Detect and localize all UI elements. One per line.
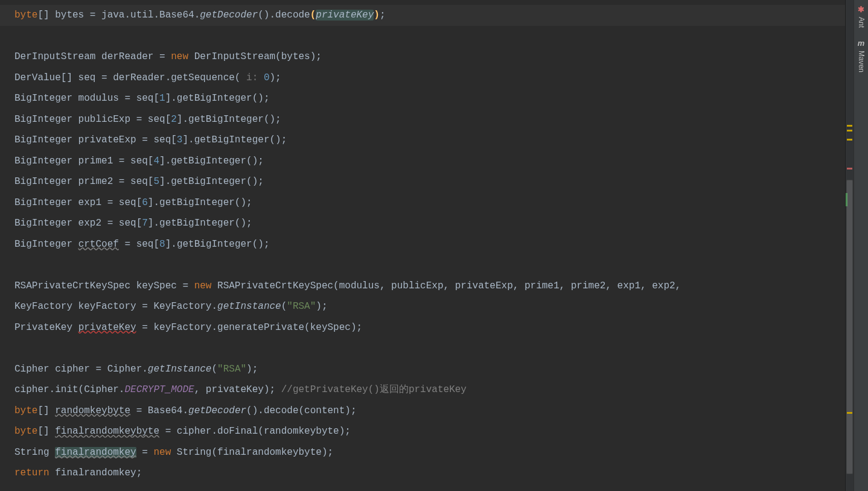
code-line[interactable]: return finalrandomkey; (14, 463, 845, 484)
code-line[interactable]: byte[] finalrandomkeybyte = cipher.doFin… (14, 421, 845, 442)
scrollbar-thumb[interactable] (846, 180, 853, 474)
error-stripe[interactable] (845, 0, 854, 491)
code-line[interactable]: DerValue[] seq = derReader.getSequence( … (14, 68, 845, 89)
code-line[interactable] (14, 255, 845, 276)
tool-window-label: Maven (857, 51, 866, 72)
code-line[interactable]: PrivateKey privateKey = keyFactory.gener… (14, 317, 845, 338)
code-line[interactable]: KeyFactory keyFactory = KeyFactory.getIn… (14, 296, 845, 317)
code-line[interactable] (14, 338, 845, 359)
right-tool-strip: ✱ Ant m Maven (854, 0, 868, 491)
code-line[interactable]: RSAPrivateCrtKeySpec keySpec = new RSAPr… (14, 276, 845, 297)
code-line[interactable]: byte[] randomkeybyte = Base64.getDecoder… (14, 401, 845, 422)
warning-marker[interactable] (847, 130, 852, 131)
warning-marker[interactable] (847, 412, 852, 414)
code-line[interactable]: String finalrandomkey = new String(final… (14, 442, 845, 463)
error-marker[interactable] (847, 168, 852, 169)
ant-icon: ✱ (858, 5, 864, 14)
code-line[interactable]: cipher.init(Cipher.DECRYPT_MODE, private… (14, 379, 845, 401)
code-line[interactable]: BigInteger exp2 = seq[7].getBigInteger()… (14, 213, 845, 234)
code-line[interactable]: BigInteger prime2 = seq[5].getBigInteger… (14, 171, 845, 192)
code-line[interactable]: BigInteger crtCoef = seq[8].getBigIntege… (14, 234, 845, 255)
code-line[interactable]: BigInteger publicExp = seq[2].getBigInte… (14, 109, 845, 130)
maven-icon: m (858, 39, 865, 48)
code-line[interactable]: byte[] bytes = java.util.Base64.getDecod… (14, 5, 845, 26)
warning-marker[interactable] (847, 125, 852, 127)
code-line[interactable]: BigInteger modulus = seq[1].getBigIntege… (14, 88, 845, 109)
tool-window-ant[interactable]: ✱ Ant (856, 2, 867, 30)
code-line[interactable]: BigInteger prime1 = seq[4].getBigInteger… (14, 151, 845, 172)
tool-window-maven[interactable]: m Maven (856, 36, 867, 75)
code-line[interactable]: BigInteger exp1 = seq[6].getBigInteger()… (14, 192, 845, 214)
code-editor[interactable]: byte[] bytes = java.util.Base64.getDecod… (0, 0, 845, 491)
code-line[interactable] (14, 26, 845, 47)
warning-marker[interactable] (847, 139, 852, 141)
tool-window-label: Ant (857, 17, 866, 28)
code-line[interactable]: BigInteger privateExp = seq[3].getBigInt… (14, 130, 845, 151)
code-line[interactable]: Cipher cipher = Cipher.getInstance("RSA"… (14, 359, 845, 380)
code-line[interactable]: DerInputStream derReader = new DerInputS… (14, 46, 845, 68)
